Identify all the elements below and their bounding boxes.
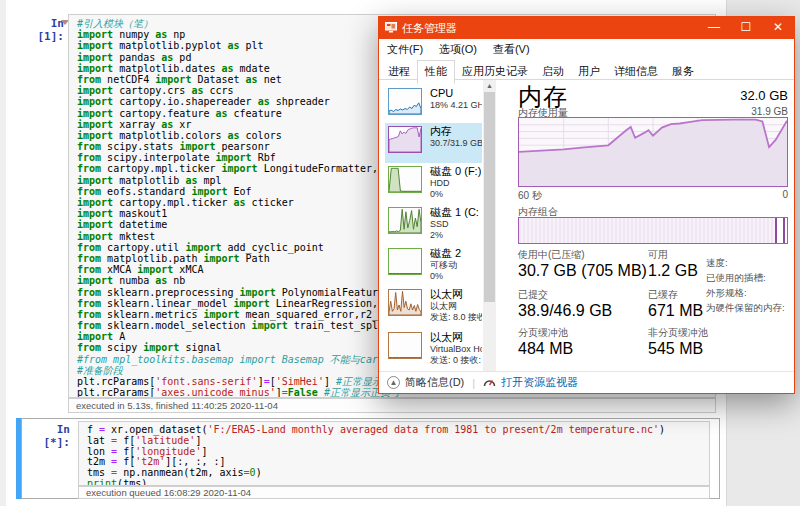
sidebar-item-ethernet1[interactable]: 以太网以太网发送: 8.0 接收: 8.0 K [385,286,482,329]
sidebar-title: 以太网 [430,288,482,301]
info-label: 为硬件保留的内存: [706,300,791,315]
sidebar-sub: VirtualBox Host-On [430,344,482,355]
menu-item-1[interactable]: 选项(O) [431,40,485,59]
performance-sidebar: CPU18% 4.21 GHz内存30.7/31.9 GB (96%)磁盘 0 … [385,85,482,369]
sidebar-title: 磁盘 1 (C: D: E:) [430,206,482,219]
sidebar-item-cpu[interactable]: CPU18% 4.21 GHz [385,85,482,123]
sidebar-sub: 可移动 [430,260,482,271]
scroll-up-icon[interactable]: ▲ [483,80,496,91]
stat-value: 30.7 GB (705 MB) [518,261,648,280]
info-label: 速度: [706,255,791,270]
sidebar-sub: 2% [430,230,482,241]
scrollbar-thumb[interactable] [484,92,495,302]
memory-mini-chart-icon [388,126,422,153]
memory-composition-bar [518,217,788,244]
sidebar-item-disk1[interactable]: 磁盘 1 (C: D: E:)SSD2% [385,204,482,245]
chart-x-left-label: 60 秒 [518,189,542,203]
cell2-input-area[interactable]: f = xr.open_dataset('F:/ERA5-Land monthl… [78,421,710,486]
status-bar: ▲ 简略信息(D) | 打开资源监视器 [379,371,794,393]
close-button[interactable]: ✕ [762,17,794,39]
memory-detail-panel: 内存 32.0 GB 内存使用量 31.9 GB 60 秒 0 内存组合 使用中… [518,77,788,373]
task-manager-icon [385,19,397,37]
menu-bar: 文件(F)选项(O)查看(V) [379,39,794,59]
cell1-exec-status: executed in 5.13s, finished 11:40:25 202… [68,398,716,413]
ethernet1-mini-chart-icon [388,289,422,316]
disk2-mini-chart-icon [388,248,422,275]
disk0-mini-chart-icon [388,166,422,193]
hardware-info-labels: 速度:已使用的插槽:外形规格:为硬件保留的内存: [706,255,791,315]
sidebar-sub: 0% [430,271,482,282]
sidebar-item-ethernet2[interactable]: 以太网VirtualBox Host-On发送: 0 接收: 0 Kbp [385,329,482,369]
sidebar-scrollbar[interactable]: ▲ ▼ [483,80,496,389]
sidebar-item-memory[interactable]: 内存30.7/31.9 GB (96%) [385,123,482,163]
stat-label: 分页缓冲池 [518,327,648,339]
fewer-details-button[interactable]: 简略信息(D) [405,375,464,390]
sidebar-sub: 30.7/31.9 GB (96%) [430,138,482,149]
info-label: 外形规格: [706,285,791,300]
chart-x-right-label: 0 [782,189,788,200]
cpu-mini-chart-icon [388,88,422,115]
fewer-details-icon[interactable]: ▲ [387,376,400,389]
sidebar-title: 以太网 [430,331,482,344]
resource-monitor-icon[interactable] [483,376,496,390]
code-line: tms = np.nanmean(t2m, axis=0) [87,468,709,479]
stat-label: 非分页缓冲池 [648,327,778,339]
sidebar-sub: 0% [430,189,482,200]
stat-non-paged-pool: 非分页缓冲池545 MB [648,327,778,358]
sidebar-sub: 发送: 8.0 接收: 8.0 K [430,312,482,323]
ethernet2-mini-chart-icon [388,332,422,359]
sidebar-title: 磁盘 0 (F:) [430,165,482,178]
stat-paged-pool: 分页缓冲池484 MB [518,327,648,358]
stat-value: 484 MB [518,339,648,358]
sidebar-title: CPU [430,87,482,100]
memory-usage-chart [518,117,788,187]
status-separator: | [472,377,475,389]
sidebar-sub: 18% 4.21 GHz [430,100,482,111]
stat-label: 使用中(已压缩) [518,249,648,261]
cell2-exec-status: execution queued 16:08:29 2020-11-04 [78,486,710,499]
sidebar-sub: HDD [430,178,482,189]
sidebar-title: 内存 [430,125,482,138]
code-line: print(tms) [87,479,709,486]
screen: In [1]: #引入模块（笔）import numpy as npimport… [0,0,800,506]
cell2-prompt: In [*]: [24,423,70,449]
usage-chart-max: 31.9 GB [751,106,788,117]
window-title: 任务管理器 [402,21,698,36]
cell2-code: f = xr.open_dataset('F:/ERA5-Land monthl… [79,422,709,486]
composition-divider [783,218,785,243]
stat-value: 545 MB [648,339,778,358]
menu-item-0[interactable]: 文件(F) [379,40,431,59]
sidebar-item-disk0[interactable]: 磁盘 0 (F:)HDD0% [385,163,482,204]
sidebar-title: 磁盘 2 [430,247,482,260]
composition-used-segment [519,218,776,243]
info-label: 已使用的插槽: [706,270,791,285]
stat-in-use: 使用中(已压缩)30.7 GB (705 MB) [518,249,648,280]
menu-item-2[interactable]: 查看(V) [485,40,538,59]
memory-total: 32.0 GB [740,88,788,103]
minimize-button[interactable]: — [698,17,730,39]
composition-divider [775,218,777,243]
open-resource-monitor-link[interactable]: 打开资源监视器 [501,375,578,390]
stat-committed: 已提交38.9/46.9 GB [518,289,648,320]
task-manager-window: 任务管理器 — ☐ ✕ 文件(F)选项(O)查看(V) 进程性能应用历史记录启动… [378,16,795,394]
stat-label: 已提交 [518,289,648,301]
cell1-prompt: In [1]: [18,17,64,43]
sidebar-sub: 以太网 [430,301,482,312]
disk1-mini-chart-icon [388,207,422,234]
maximize-button[interactable]: ☐ [730,17,762,39]
tab-processes[interactable]: 进程 [381,61,417,83]
page-left-margin [0,0,6,506]
tab-performance[interactable]: 性能 [417,60,455,84]
stat-value: 38.9/46.9 GB [518,301,648,320]
title-bar[interactable]: 任务管理器 — ☐ ✕ [379,17,794,39]
sidebar-sub: SSD [430,219,482,230]
sidebar-sub: 发送: 0 接收: 0 Kbp [430,355,482,366]
sidebar-item-disk2[interactable]: 磁盘 2可移动0% [385,245,482,286]
